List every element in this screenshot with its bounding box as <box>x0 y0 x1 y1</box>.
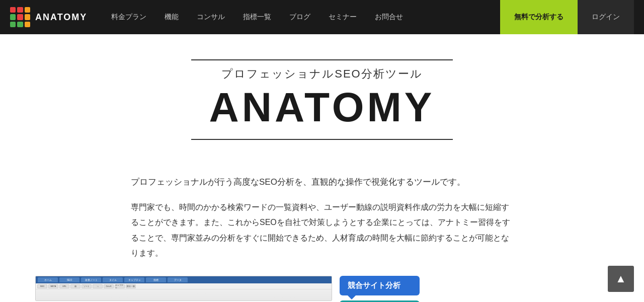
nav-link-pricing[interactable]: 料金プラン <box>102 0 155 34</box>
logo-cell-6 <box>25 14 30 20</box>
logo-cell-9 <box>25 22 30 27</box>
nav-link-blog[interactable]: ブログ <box>280 0 319 34</box>
hero-subtitle-wrapper: プロフェッショナルSEO分析ツール <box>191 59 453 82</box>
screenshot-section: ホーム SEO 改善ノート タイル キャプチャ 指標 データ SEO META … <box>20 276 624 302</box>
back-to-top-button[interactable]: ▲ <box>608 266 634 292</box>
login-button[interactable]: ログイン <box>578 0 634 34</box>
description-section: プロフェッショナルが行う高度なSEO分析を、直観的な操作で視覚化するツールです。… <box>116 175 528 261</box>
feature-chips: 競合サイト分析 Googleサジェスト <box>340 276 420 302</box>
nav-links: 料金プラン 機能 コンサル 指標一覧 ブログ セミナー お問合せ <box>102 0 500 34</box>
product-screenshot: ホーム SEO 改善ノート タイル キャプチャ 指標 データ SEO META … <box>35 276 332 301</box>
nav-link-features[interactable]: 機能 <box>155 0 188 34</box>
nav-link-contact[interactable]: お問合せ <box>366 0 412 34</box>
nav-link-metrics[interactable]: 指標一覧 <box>234 0 280 34</box>
logo-cell-1 <box>10 7 16 13</box>
nav-link-seminar[interactable]: セミナー <box>319 0 366 34</box>
logo-cell-2 <box>17 7 23 13</box>
logo-cell-8 <box>17 22 23 27</box>
description-line1: プロフェッショナルが行う高度なSEO分析を、直観的な操作で視覚化するツールです。 <box>131 175 513 190</box>
hero-title-underline <box>191 139 453 140</box>
logo-cell-4 <box>10 14 16 20</box>
logo-cell-7 <box>10 22 16 27</box>
logo-cell-3 <box>25 7 30 13</box>
hero-title: ANATOMY <box>209 87 435 128</box>
description-line2: 専門家でも、時間のかかる検索ワードの一覧資料や、ユーザー動線の説明資料作成の労力… <box>131 200 513 261</box>
chip-competitor-analysis[interactable]: 競合サイト分析 <box>340 276 420 295</box>
hero-section: プロフェッショナルSEO分析ツール ANATOMY <box>0 34 644 155</box>
hero-subtitle: プロフェッショナルSEO分析ツール <box>191 66 453 82</box>
logo[interactable]: ANATOMY <box>10 7 87 27</box>
chevron-up-icon: ▲ <box>615 272 626 285</box>
cta-button[interactable]: 無料で分析する <box>500 0 578 34</box>
logo-text: ANATOMY <box>35 12 87 23</box>
nav-link-consult[interactable]: コンサル <box>188 0 234 34</box>
navbar: ANATOMY 料金プラン 機能 コンサル 指標一覧 ブログ セミナー お問合せ… <box>0 0 644 34</box>
logo-cell-5 <box>17 14 23 20</box>
logo-icon <box>10 7 30 27</box>
